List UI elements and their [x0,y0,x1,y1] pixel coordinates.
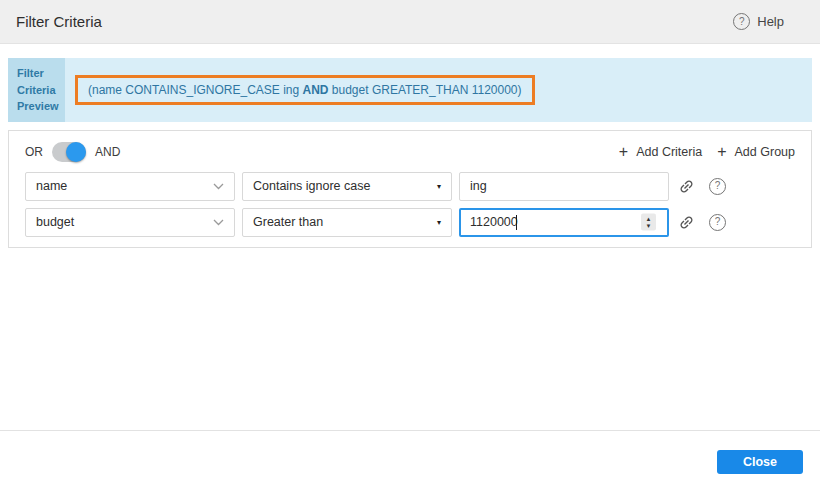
add-criteria-label: Add Criteria [636,145,702,159]
toggle-knob [66,142,86,162]
operator-select[interactable]: Greater than ▾ [242,208,452,237]
link-icon[interactable] [678,214,695,231]
value-input-focused[interactable] [459,208,669,237]
link-icon[interactable] [678,178,695,195]
number-spinner[interactable]: ▲ ▼ [641,214,656,231]
preview-expression-part1: (name CONTAINS_IGNORE_CASE ing [88,83,303,97]
builder-actions: + Add Criteria + Add Group [619,144,795,160]
field-select-value: budget [36,215,74,229]
footer: Close [0,430,820,491]
and-or-toggle[interactable] [52,142,86,162]
value-field-wrap: ▲ ▼ [459,208,669,237]
field-select-value: name [36,179,67,193]
preview-expression-box: (name CONTAINS_IGNORE_CASE ing AND budge… [75,75,535,105]
dropdown-arrow-icon: ▾ [437,218,441,227]
chevron-down-icon [213,179,224,193]
add-group-button[interactable]: + Add Group [717,144,795,160]
header: Filter Criteria ? Help [0,0,820,44]
conjunction-toggle-group: OR AND [25,142,120,162]
operator-select-value: Contains ignore case [253,179,370,193]
dropdown-arrow-icon: ▾ [437,182,441,191]
value-field-wrap [459,172,669,201]
preview-expression-conjunction: AND [303,83,329,97]
field-select[interactable]: budget [25,208,235,237]
text-caret [516,215,517,230]
criteria-row: budget Greater than ▾ ▲ ▼ ? [25,208,795,237]
help-circle-icon: ? [733,13,750,30]
close-button[interactable]: Close [717,450,803,474]
plus-icon: + [717,144,726,160]
add-criteria-button[interactable]: + Add Criteria [619,144,702,160]
and-label: AND [95,145,120,159]
filter-criteria-dialog: Filter Criteria ? Help Filter Criteria P… [0,0,820,491]
preview-bar: Filter Criteria Preview (name CONTAINS_I… [8,58,812,122]
operator-select-value: Greater than [253,215,323,229]
or-label: OR [25,145,43,159]
preview-content: (name CONTAINS_IGNORE_CASE ing AND budge… [65,58,812,122]
preview-label: Filter Criteria Preview [8,58,65,122]
row-help-icon[interactable]: ? [709,214,726,231]
add-group-label: Add Group [735,145,795,159]
row-help-icon[interactable]: ? [709,178,726,195]
field-select[interactable]: name [25,172,235,201]
help-label: Help [757,14,784,29]
spinner-down-icon: ▼ [646,222,652,229]
help-button[interactable]: ? Help [733,13,784,30]
value-input[interactable] [459,172,669,201]
preview-expression-part2: budget GREATER_THAN 1120000) [329,83,522,97]
criteria-row: name Contains ignore case ▾ ? [25,172,795,201]
chevron-down-icon [213,215,224,229]
page-title: Filter Criteria [16,13,102,30]
operator-select[interactable]: Contains ignore case ▾ [242,172,452,201]
plus-icon: + [619,144,628,160]
spinner-up-icon: ▲ [646,215,652,222]
criteria-panel: OR AND + Add Criteria + Add Group name [8,130,812,248]
toggle-row: OR AND + Add Criteria + Add Group [25,142,795,162]
